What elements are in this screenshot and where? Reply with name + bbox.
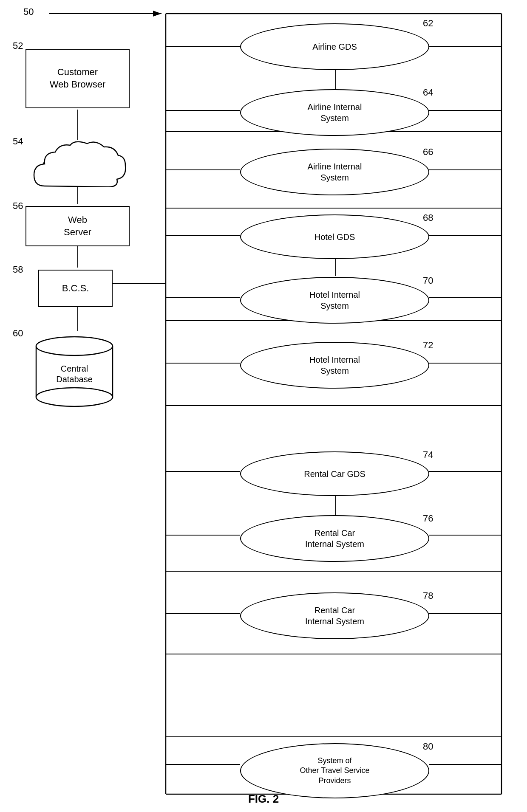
- rental-car-internal-2-ellipse: Rental Car Internal System: [240, 592, 429, 639]
- ref-72: 72: [423, 340, 433, 351]
- ref-66: 66: [423, 147, 433, 158]
- web-server-label: Web Server: [64, 214, 91, 238]
- airline-gds-label: Airline GDS: [312, 41, 357, 52]
- customer-web-browser-label: Customer Web Browser: [50, 66, 106, 90]
- rental-car-gds-ellipse: Rental Car GDS: [240, 451, 429, 496]
- rental-car-gds-label: Rental Car GDS: [304, 468, 366, 479]
- hotel-internal-2-ellipse: Hotel Internal System: [240, 342, 429, 389]
- ref-54: 54: [13, 136, 23, 147]
- other-travel-label: System of Other Travel Service Providers: [300, 756, 369, 786]
- ref-78: 78: [423, 590, 433, 601]
- hotel-internal-2-label: Hotel Internal System: [309, 354, 360, 376]
- other-travel-ellipse: System of Other Travel Service Providers: [240, 743, 429, 798]
- hotel-internal-1-ellipse: Hotel Internal System: [240, 277, 429, 324]
- ref-62: 62: [423, 18, 433, 29]
- hotel-internal-1-label: Hotel Internal System: [309, 289, 360, 311]
- ref-80: 80: [423, 741, 433, 752]
- ref-52: 52: [13, 40, 23, 51]
- internet-cloud: [26, 140, 130, 189]
- ref-76: 76: [423, 513, 433, 524]
- svg-point-54: [36, 388, 113, 406]
- svg-text:Central: Central: [61, 364, 88, 373]
- central-database: Central Database: [32, 333, 117, 409]
- web-server-box: Web Server: [26, 206, 130, 246]
- bcs-box: B.C.S.: [38, 270, 113, 307]
- airline-internal-1-label: Airline Internal System: [308, 102, 362, 124]
- ref-70: 70: [423, 275, 433, 286]
- ref-50: 50: [23, 6, 34, 17]
- airline-gds-ellipse: Airline GDS: [240, 23, 429, 70]
- hotel-gds-label: Hotel GDS: [314, 231, 355, 242]
- rental-car-internal-1-ellipse: Rental Car Internal System: [240, 515, 429, 562]
- svg-point-53: [36, 337, 113, 355]
- rental-car-internal-2-label: Rental Car Internal System: [305, 605, 364, 627]
- ref-56: 56: [13, 200, 23, 211]
- rental-car-internal-1-label: Rental Car Internal System: [305, 527, 364, 550]
- airline-internal-2-ellipse: Airline Internal System: [240, 149, 429, 195]
- ref-74: 74: [423, 449, 433, 460]
- hotel-gds-ellipse: Hotel GDS: [240, 214, 429, 259]
- figure-label: FIG. 2: [248, 792, 279, 806]
- airline-internal-2-label: Airline Internal System: [308, 161, 362, 183]
- bcs-label: B.C.S.: [62, 282, 89, 295]
- ref-68: 68: [423, 212, 433, 223]
- ref-60: 60: [13, 328, 23, 339]
- customer-web-browser-box: Customer Web Browser: [26, 49, 130, 108]
- ref-64: 64: [423, 87, 433, 98]
- svg-text:Database: Database: [56, 375, 93, 384]
- airline-internal-1-ellipse: Airline Internal System: [240, 89, 429, 136]
- ref-58: 58: [13, 264, 23, 275]
- diagram: 50 52 Customer Web Browser 54 56 Web Se: [0, 0, 527, 812]
